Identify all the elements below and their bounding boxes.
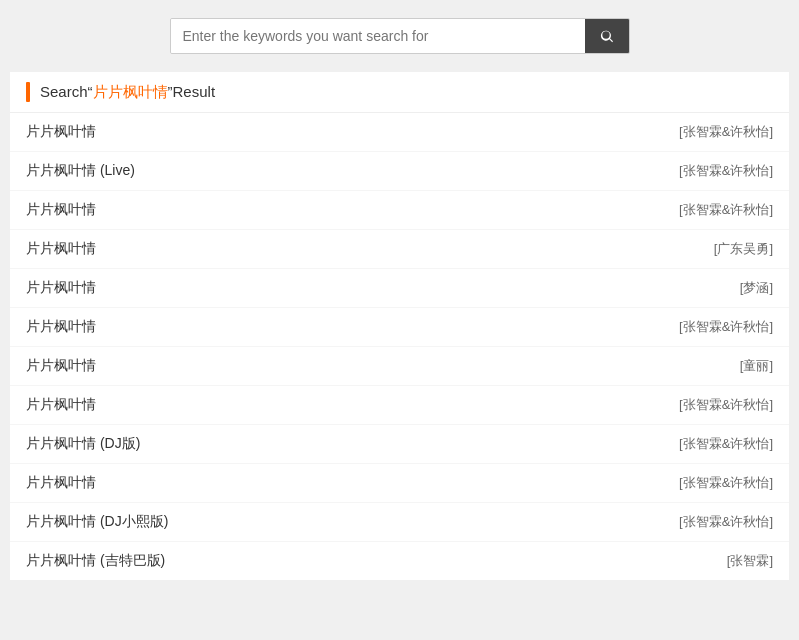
song-artist: [张智霖&许秋怡] — [679, 318, 773, 336]
song-artist: [张智霖&许秋怡] — [679, 435, 773, 453]
song-artist: [广东吴勇] — [714, 240, 773, 258]
song-title: 片片枫叶情 — [26, 396, 96, 414]
song-title: 片片枫叶情 (吉特巴版) — [26, 552, 165, 570]
list-item[interactable]: 片片枫叶情 (Live)[张智霖&许秋怡] — [10, 152, 789, 191]
search-bar — [170, 18, 630, 54]
list-item[interactable]: 片片枫叶情[张智霖&许秋怡] — [10, 386, 789, 425]
list-item[interactable]: 片片枫叶情[梦涵] — [10, 269, 789, 308]
results-header: Search“片片枫叶情”Result — [10, 72, 789, 113]
list-item[interactable]: 片片枫叶情[张智霖&许秋怡] — [10, 464, 789, 503]
list-item[interactable]: 片片枫叶情 (DJ小熙版)[张智霖&许秋怡] — [10, 503, 789, 542]
results-title: Search“片片枫叶情”Result — [40, 83, 215, 102]
search-button[interactable] — [585, 19, 629, 53]
list-item[interactable]: 片片枫叶情[张智霖&许秋怡] — [10, 113, 789, 152]
song-artist: [张智霖&许秋怡] — [679, 162, 773, 180]
song-title: 片片枫叶情 — [26, 201, 96, 219]
song-title: 片片枫叶情 — [26, 279, 96, 297]
song-title: 片片枫叶情 (DJ小熙版) — [26, 513, 168, 531]
song-title: 片片枫叶情 — [26, 318, 96, 336]
list-item[interactable]: 片片枫叶情[张智霖&许秋怡] — [10, 191, 789, 230]
song-title: 片片枫叶情 (Live) — [26, 162, 135, 180]
results-list: 片片枫叶情[张智霖&许秋怡]片片枫叶情 (Live)[张智霖&许秋怡]片片枫叶情… — [10, 113, 789, 580]
song-artist: [张智霖&许秋怡] — [679, 201, 773, 219]
song-artist: [张智霖&许秋怡] — [679, 474, 773, 492]
list-item[interactable]: 片片枫叶情 (吉特巴版)[张智霖] — [10, 542, 789, 580]
list-item[interactable]: 片片枫叶情[张智霖&许秋怡] — [10, 308, 789, 347]
song-artist: [张智霖&许秋怡] — [679, 123, 773, 141]
search-keyword: 片片枫叶情 — [93, 83, 168, 100]
search-input[interactable] — [171, 19, 585, 53]
results-container: Search“片片枫叶情”Result 片片枫叶情[张智霖&许秋怡]片片枫叶情 … — [10, 72, 789, 580]
song-title: 片片枫叶情 (DJ版) — [26, 435, 140, 453]
list-item[interactable]: 片片枫叶情[广东吴勇] — [10, 230, 789, 269]
list-item[interactable]: 片片枫叶情[童丽] — [10, 347, 789, 386]
search-icon — [599, 28, 615, 44]
header — [0, 0, 799, 72]
results-header-bar — [26, 82, 30, 102]
song-artist: [张智霖] — [727, 552, 773, 570]
song-title: 片片枫叶情 — [26, 240, 96, 258]
song-artist: [张智霖&许秋怡] — [679, 513, 773, 531]
song-artist: [梦涵] — [740, 279, 773, 297]
song-title: 片片枫叶情 — [26, 474, 96, 492]
song-title: 片片枫叶情 — [26, 357, 96, 375]
song-artist: [童丽] — [740, 357, 773, 375]
list-item[interactable]: 片片枫叶情 (DJ版)[张智霖&许秋怡] — [10, 425, 789, 464]
song-title: 片片枫叶情 — [26, 123, 96, 141]
song-artist: [张智霖&许秋怡] — [679, 396, 773, 414]
